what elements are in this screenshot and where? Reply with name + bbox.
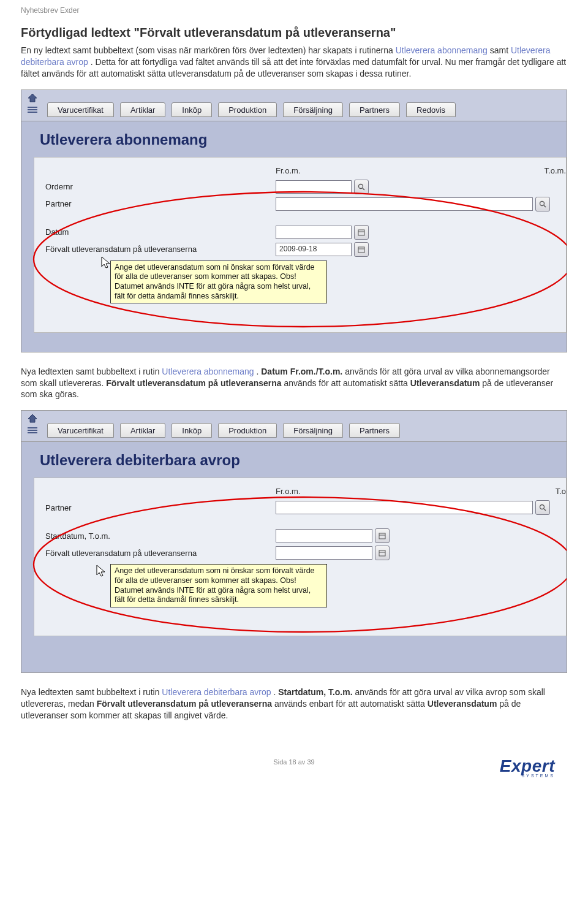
input-forvalt-2[interactable]	[276, 546, 372, 560]
intro-mid1: samt	[490, 45, 511, 55]
svg-rect-2	[28, 109, 37, 110]
label-ordernr: Ordernr	[45, 182, 276, 191]
end-paragraph: Nya ledtexten samt bubbeltext i rutin Ut…	[21, 687, 567, 721]
logo: Expert SYSTEMS	[500, 756, 555, 778]
tab-varucertifikat[interactable]: Varucertifikat	[47, 102, 114, 117]
search-icon[interactable]	[354, 180, 369, 194]
svg-rect-14	[28, 427, 37, 428]
svg-line-5	[363, 188, 364, 190]
mid-b1: Datum Fr.om./T.o.m.	[261, 367, 342, 376]
shot1-toolbar: Varucertifikat Artiklar Inköp Produktion…	[21, 90, 567, 121]
tab-forsaljning[interactable]: Försäljning	[283, 423, 343, 438]
end-link: Utleverera debiterbara avrop	[162, 687, 271, 697]
shot2-toolbar: Varucertifikat Artiklar Inköp Produktion…	[21, 411, 567, 442]
intro-link1: Utleverera abonnemang	[396, 45, 488, 55]
tooltip-1: Ange det utleveransdatum som ni önskar s…	[110, 261, 327, 304]
shot1-heading: Utleverera abonnemang	[21, 121, 567, 157]
end-t2: används enbart för att automatiskt sätta	[274, 699, 428, 709]
mid-pre: Nya ledtexten samt bubbeltext i rutin	[21, 367, 162, 376]
doc-header: Nyhetsbrev Exder	[21, 6, 567, 15]
screenshot-2: Varucertifikat Artiklar Inköp Produktion…	[21, 410, 567, 673]
svg-rect-19	[379, 533, 385, 539]
shot2-tabs: Varucertifikat Artiklar Inköp Produktion…	[43, 411, 567, 441]
svg-rect-16	[28, 432, 37, 433]
tab-redovis[interactable]: Redovis	[406, 102, 456, 117]
search-icon[interactable]	[535, 500, 550, 515]
input-startdatum[interactable]	[276, 529, 372, 542]
svg-rect-15	[28, 430, 37, 431]
tab-produktion[interactable]: Produktion	[218, 423, 277, 438]
tab-varucertifikat[interactable]: Varucertifikat	[47, 423, 114, 438]
tab-inkop[interactable]: Inköp	[172, 423, 212, 438]
svg-point-17	[540, 505, 545, 509]
menu-icon[interactable]	[27, 425, 38, 436]
svg-rect-3	[28, 112, 37, 113]
svg-line-18	[544, 509, 546, 511]
shot1-home-col	[21, 90, 43, 121]
shot2-home-col	[21, 411, 43, 441]
tab-artiklar[interactable]: Artiklar	[120, 102, 165, 117]
cursor-icon	[96, 564, 107, 579]
input-ordernr-from[interactable]	[276, 180, 352, 194]
col-from-2: Fr.o.m.	[276, 487, 374, 496]
svg-rect-1	[28, 107, 37, 108]
menu-icon[interactable]	[27, 105, 38, 116]
input-partner-2[interactable]	[276, 501, 533, 514]
end-b3: Utleveransdatum	[428, 699, 497, 709]
label-forvalt: Förvalt utleveransdatum på utleveransern…	[45, 245, 276, 254]
tab-produktion[interactable]: Produktion	[218, 102, 277, 117]
tab-forsaljning[interactable]: Försäljning	[283, 102, 343, 117]
intro-paragraph: En ny ledtext samt bubbeltext (som visas…	[21, 45, 567, 80]
search-icon[interactable]	[535, 197, 550, 211]
col-from: Fr.o.m.	[276, 166, 374, 175]
col-to: T.o.m.	[374, 166, 566, 175]
svg-marker-0	[28, 94, 37, 102]
tab-artiklar[interactable]: Artiklar	[120, 423, 165, 438]
shot1-body: Utleverera abonnemang Fr.o.m. T.o.m. Ord…	[21, 121, 567, 352]
intro-pre: En ny ledtext samt bubbeltext (som visas…	[21, 45, 396, 55]
end-b2: Förvalt utleveransdatum på utleveransern…	[97, 699, 272, 709]
home-icon[interactable]	[27, 93, 38, 102]
svg-point-6	[540, 201, 545, 205]
svg-point-4	[359, 184, 363, 188]
label-partner: Partner	[45, 199, 276, 208]
calendar-icon[interactable]	[354, 225, 369, 240]
shot2-body: Utleverera debiterbara avrop Fr.o.m. T.o…	[21, 442, 567, 672]
label-startdatum: Startdatum, T.o.m.	[45, 531, 276, 541]
calendar-icon[interactable]	[375, 546, 390, 560]
page-number: Sida 18 av 39	[21, 740, 567, 766]
mid-paragraph: Nya ledtexten samt bubbeltext i rutin Ut…	[21, 366, 567, 401]
shot1-tabs: Varucertifikat Artiklar Inköp Produktion…	[43, 90, 567, 121]
svg-line-7	[544, 205, 546, 207]
cursor-icon	[100, 256, 111, 270]
page-title: Förtydligad ledtext "Förvalt utleveransd…	[21, 26, 567, 40]
label-datum: Datum	[45, 227, 276, 237]
tab-partners[interactable]: Partners	[349, 423, 400, 438]
screenshot-1: Varucertifikat Artiklar Inköp Produktion…	[21, 89, 567, 352]
calendar-icon[interactable]	[375, 528, 390, 543]
mid-b3: Utleveransdatum	[410, 378, 480, 388]
input-datum-from[interactable]	[276, 226, 352, 239]
shot2-form: Fr.o.m. T.o Partner Startdatum, T.o.m.	[34, 478, 567, 636]
svg-rect-10	[358, 247, 364, 253]
mid-b2: Förvalt utleveransdatum på utleveransern…	[106, 378, 281, 388]
shot2-heading: Utleverera debiterbara avrop	[21, 442, 567, 478]
tab-partners[interactable]: Partners	[349, 102, 400, 117]
end-b1: Startdatum, T.o.m.	[278, 687, 352, 697]
intro-post: . Detta för att förtydliga vad fältet an…	[21, 57, 566, 78]
svg-rect-21	[379, 550, 385, 556]
calendar-icon[interactable]	[354, 242, 369, 257]
input-forvalt-date[interactable]: 2009-09-18	[276, 243, 352, 256]
tooltip-2: Ange det utleveransdatum som ni önskar s…	[110, 564, 327, 607]
input-partner[interactable]	[276, 197, 533, 211]
shot1-form: Fr.o.m. T.o.m. Ordernr Partner	[34, 157, 567, 333]
label-forvalt-2: Förvalt utleveransdatum på utleveransern…	[45, 549, 276, 558]
svg-rect-8	[358, 230, 364, 235]
tab-inkop[interactable]: Inköp	[172, 102, 212, 117]
label-partner-2: Partner	[45, 503, 276, 512]
col-to-2: T.o	[374, 487, 566, 496]
svg-marker-13	[28, 414, 37, 422]
end-pre: Nya ledtexten samt bubbeltext i rutin	[21, 687, 162, 697]
home-icon[interactable]	[27, 413, 38, 423]
mid-link: Utleverera abonnemang	[162, 367, 254, 376]
